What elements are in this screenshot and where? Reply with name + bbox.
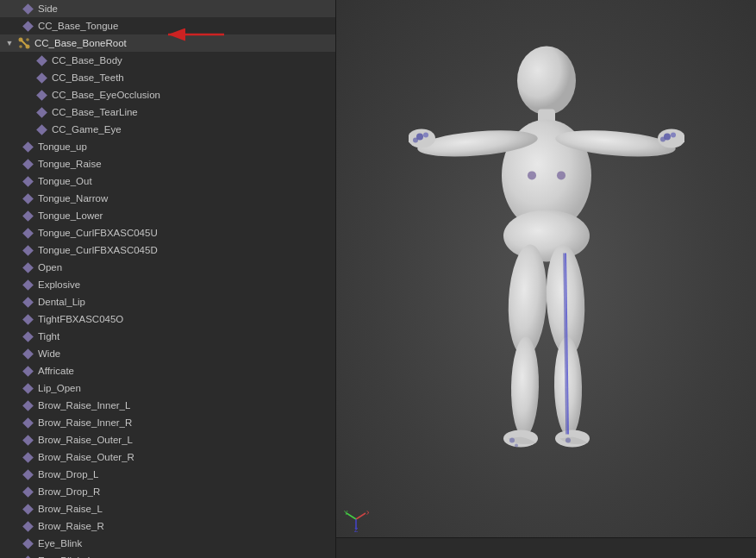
tree-item-label: Side [38,0,335,17]
tree-item-label: Wide [38,345,335,362]
expand-icon [7,313,19,325]
tree-item-eye_blink_l[interactable]: Eye_Blink_L [0,552,335,558]
tree-item-tongue_lower[interactable]: Tongue_Lower [0,207,335,224]
morph-icon [21,399,34,411]
tree-item-label: Explosive [38,276,335,293]
morph-icon [21,141,34,153]
tree-item-tongue_up[interactable]: Tongue_up [0,138,335,155]
tree-item-cc_base_teeth[interactable]: CC_Base_Teeth [0,69,335,86]
tree-item-brow_raise_outer_r[interactable]: Brow_Raise_Outer_R [0,448,335,466]
expand-icon [21,54,33,66]
tree-item-tongue_raise[interactable]: Tongue_Raise [0,155,335,172]
morph-icon [34,72,48,84]
expand-icon [7,261,19,273]
expand-icon [21,72,33,84]
svg-line-33 [356,513,366,519]
tree-item-brow_raise_outer_l[interactable]: Brow_Raise_Outer_L [0,431,335,448]
svg-text:Y: Y [344,510,348,516]
tree-item-label: CC_Base_EyeOcclusion [52,86,335,103]
tree-item-label: Tongue_up [38,138,335,155]
tree-item-cc_base_body[interactable]: CC_Base_Body [0,52,335,69]
tree-item-label: Lip_Open [38,379,335,397]
morph-icon [21,279,34,291]
svg-text:Z: Z [354,527,359,532]
tree-item-label: Brow_Raise_Inner_R [38,414,335,431]
tree-item-label: Tongue_Out [38,172,335,190]
svg-point-32 [565,437,571,442]
character-3d-model [409,41,684,498]
svg-point-3 [19,45,22,48]
expand-icon [7,434,19,446]
tree-item-label: Brow_Raise_Inner_L [38,397,335,414]
tree-item-brow_drop_l[interactable]: Brow_Drop_L [0,466,335,483]
tree-item-tongue_curlfbxasc045u[interactable]: Tongue_CurlFBXASC045U [0,224,335,241]
tree-item-label: Eye_Blink_L [38,552,335,558]
tree-item-side[interactable]: Side [0,0,335,17]
tree-item-brow_raise_inner_r[interactable]: Brow_Raise_Inner_R [0,414,335,431]
tree-item-brow_drop_r[interactable]: Brow_Drop_R [0,483,335,500]
svg-point-31 [515,443,518,447]
morph-icon [21,3,34,15]
tree-item-tongue_out[interactable]: Tongue_Out [0,172,335,190]
morph-icon [34,123,48,135]
expand-icon [7,210,19,222]
morph-icon [21,158,34,170]
tree-item-cc_game_eye[interactable]: CC_Game_Eye [0,121,335,138]
morph-icon [21,417,34,429]
expand-icon [7,451,19,463]
tree-item-dental_lip[interactable]: Dental_Lip [0,293,335,310]
tree-item-tongue_narrow[interactable]: Tongue_Narrow [0,190,335,207]
tree-item-label: Brow_Drop_L [38,466,335,483]
morph-icon [21,555,34,558]
expand-icon [7,520,19,532]
svg-point-20 [528,171,536,179]
viewport-toolbar [336,537,756,558]
morph-icon [21,313,34,325]
tree-item-cc_base_eyeocclusion[interactable]: CC_Base_EyeOcclusion [0,86,335,103]
svg-point-21 [557,171,565,179]
tree-item-brow_raise_l[interactable]: Brow_Raise_L [0,500,335,517]
expand-icon[interactable]: ▼ [3,37,16,49]
svg-point-29 [660,136,665,141]
expand-icon [7,537,19,549]
svg-point-13 [503,210,590,261]
tree-item-brow_raise_r[interactable]: Brow_Raise_R [0,517,335,535]
morph-icon [21,210,34,222]
tree-item-label: Brow_Raise_R [38,517,335,535]
tree-item-wide[interactable]: Wide [0,345,335,362]
tree-item-cc_base_tearline[interactable]: CC_Base_TearLine [0,103,335,121]
expand-icon [7,382,19,394]
tree-item-label: Brow_Raise_L [38,500,335,517]
svg-point-26 [413,137,418,142]
tree-item-explosive[interactable]: Explosive [0,276,335,293]
expand-icon [21,89,33,101]
morph-icon [21,244,34,256]
tree-item-cc_base_tongue[interactable]: CC_Base_Tongue [0,17,335,34]
tree-item-tightfbxasc045o[interactable]: TightFBXASC045O [0,310,335,328]
tree-item-eye_blink[interactable]: Eye_Blink [0,535,335,552]
tree-item-affricate[interactable]: Affricate [0,362,335,379]
morph-icon [21,382,34,394]
tree-item-brow_raise_inner_l[interactable]: Brow_Raise_Inner_L [0,397,335,414]
morph-icon [21,296,34,308]
morph-icon [34,54,48,66]
tree-item-label: CC_Base_Body [52,52,335,69]
expand-icon [7,348,19,360]
tree-item-lip_open[interactable]: Lip_Open [0,379,335,397]
svg-point-28 [671,132,676,137]
expand-icon [7,158,19,170]
svg-text:X: X [366,510,369,516]
tree-item-label: Brow_Raise_Outer_L [38,431,335,448]
tree-item-cc_base_boneroot[interactable]: ▼ CC_Base_BoneRoot [0,34,335,52]
tree-item-label: Tongue_Raise [38,155,335,172]
tree-item-label: Dental_Lip [38,293,335,310]
tree-item-open[interactable]: Open [0,259,335,276]
tree-item-tongue_curlfbxasc045d[interactable]: Tongue_CurlFBXASC045D [0,241,335,259]
scene-hierarchy-panel[interactable]: SideCC_Base_Tongue▼ CC_Base_BoneRootCC_B… [0,0,336,558]
svg-point-25 [423,132,428,137]
morph-icon [21,175,34,187]
expand-icon [7,555,19,558]
expand-icon [7,141,19,153]
expand-icon [7,486,19,498]
tree-item-tight[interactable]: Tight [0,328,335,345]
